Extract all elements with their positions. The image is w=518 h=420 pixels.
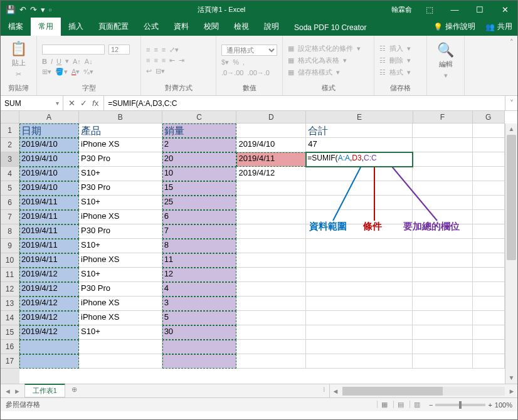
align-bot-icon[interactable]: ≡ <box>162 46 166 53</box>
cell[interactable] <box>473 239 505 253</box>
name-box-input[interactable] <box>4 99 56 108</box>
hscroll-thumb[interactable] <box>342 387 443 396</box>
number-format-combo[interactable]: 通用格式 <box>221 45 277 56</box>
cell[interactable] <box>236 210 306 224</box>
table-format-icon[interactable]: ▦ <box>288 56 294 65</box>
row-header-14[interactable]: 14 <box>1 311 19 325</box>
row-header-11[interactable]: 11 <box>1 268 19 282</box>
row-header-6[interactable]: 6 <box>1 196 19 210</box>
enter-formula-icon[interactable]: ✓ <box>80 98 87 108</box>
align-right-icon[interactable]: ≡ <box>162 56 166 64</box>
tab-file[interactable]: 檔案 <box>1 18 31 36</box>
scroll-right-icon[interactable]: ► <box>506 387 517 395</box>
cell[interactable]: 12 <box>162 268 237 282</box>
cell[interactable] <box>236 123 306 138</box>
cond-format-icon[interactable]: ▦ <box>288 45 294 53</box>
table-format-button[interactable]: 格式化為表格 <box>298 56 339 65</box>
cell[interactable]: 2019/4/12 <box>19 297 79 311</box>
qat-opt-icon[interactable]: ▫ <box>49 5 52 14</box>
cell[interactable] <box>306 354 413 369</box>
cell[interactable]: 7 <box>162 224 237 239</box>
shrink-font-icon[interactable]: A↓ <box>85 58 93 65</box>
cell[interactable] <box>306 297 413 311</box>
cond-format-button[interactable]: 設定格式化的條件 <box>298 44 353 53</box>
qat-more-icon[interactable]: ▾ <box>41 5 45 14</box>
cell[interactable] <box>473 297 505 311</box>
cell[interactable]: 2019/4/11 <box>19 196 79 210</box>
cell[interactable] <box>236 311 306 325</box>
cell[interactable] <box>473 325 505 340</box>
minimize-button[interactable]: — <box>442 5 467 14</box>
col-header-F[interactable]: F <box>413 111 473 123</box>
cell[interactable] <box>473 167 505 181</box>
cell[interactable] <box>236 196 306 210</box>
cell[interactable]: 2019/4/12 <box>19 268 79 282</box>
page-break-icon[interactable]: ▥ <box>410 401 424 408</box>
cell[interactable]: iPhone XS <box>79 297 162 311</box>
paste-button[interactable]: 📋 <box>6 42 31 56</box>
col-header-B[interactable]: B <box>79 111 162 123</box>
insert-cells-icon[interactable]: ☷ <box>379 45 386 53</box>
col-header-G[interactable]: G <box>473 111 505 123</box>
cell[interactable]: 銷量 <box>162 123 237 138</box>
border-button[interactable]: ⊞▾ <box>42 68 51 76</box>
zoom-in-icon[interactable]: + <box>488 401 492 409</box>
italic-button[interactable]: I <box>51 58 53 65</box>
increase-decimal-icon[interactable]: .0→.00 <box>221 69 243 76</box>
cell[interactable] <box>413 297 472 311</box>
tab-insert[interactable]: 插入 <box>61 18 91 36</box>
align-mid-icon[interactable]: ≡ <box>154 46 157 53</box>
tab-data[interactable]: 資料 <box>166 18 196 36</box>
cell[interactable] <box>236 224 306 239</box>
scroll-down-icon[interactable]: ▼ <box>505 372 517 384</box>
row-header-17[interactable]: 17 <box>1 354 19 369</box>
row-header-2[interactable]: 2 <box>1 138 19 152</box>
active-cell-E3[interactable]: =SUMIF(A:A,D3,C:C <box>306 152 413 167</box>
cell[interactable] <box>306 282 413 297</box>
cell[interactable] <box>306 340 413 354</box>
fontsize-combo[interactable] <box>108 45 130 55</box>
cell[interactable] <box>413 167 472 181</box>
row-header-12[interactable]: 12 <box>1 282 19 297</box>
cell[interactable]: P30 Pro <box>79 224 162 239</box>
cell[interactable]: 2019/4/10 <box>19 181 79 196</box>
cell[interactable] <box>413 354 472 369</box>
bold-button[interactable]: B <box>42 58 47 65</box>
cell[interactable]: 日期 <box>19 123 79 138</box>
cell[interactable]: S10+ <box>79 196 162 210</box>
cell[interactable]: 6 <box>162 210 237 224</box>
cell[interactable] <box>79 354 162 369</box>
cell[interactable]: 2 <box>162 138 237 152</box>
cell[interactable] <box>413 253 472 268</box>
cell[interactable] <box>413 138 472 152</box>
cell[interactable] <box>236 340 306 354</box>
fx-icon[interactable]: fx <box>92 98 98 108</box>
select-all-corner[interactable] <box>1 111 19 123</box>
font-combo[interactable] <box>42 45 105 55</box>
sheet-nav-next-icon[interactable]: ► <box>14 387 21 395</box>
cell[interactable]: 2019/4/12 <box>19 325 79 340</box>
delete-cells-icon[interactable]: ☷ <box>379 56 386 65</box>
cell[interactable] <box>236 239 306 253</box>
merge-button[interactable]: ⊟▾ <box>156 67 165 75</box>
cell[interactable]: iPhone XS <box>79 210 162 224</box>
save-icon[interactable]: 💾 <box>6 5 16 14</box>
cell[interactable] <box>473 340 505 354</box>
cell[interactable] <box>306 239 413 253</box>
scroll-thumb[interactable] <box>507 135 516 260</box>
cancel-formula-icon[interactable]: ✕ <box>68 98 75 108</box>
cell[interactable]: 10 <box>162 167 237 181</box>
cell[interactable] <box>473 282 505 297</box>
cell[interactable] <box>473 181 505 196</box>
cell[interactable] <box>162 340 237 354</box>
ribbon-toggle-icon[interactable]: ⬚ <box>417 5 442 14</box>
cell[interactable]: 8 <box>162 239 237 253</box>
vertical-scrollbar[interactable]: ▲ ▼ <box>505 123 517 384</box>
sheet-tab-1[interactable]: 工作表1 <box>24 384 65 397</box>
cell[interactable]: 2019/4/10 <box>236 138 306 152</box>
cell[interactable] <box>413 340 472 354</box>
cell[interactable]: 30 <box>162 325 237 340</box>
cell[interactable]: iPhone XS <box>79 253 162 268</box>
tab-view[interactable]: 檢視 <box>226 18 256 36</box>
col-header-E[interactable]: E <box>306 111 413 123</box>
